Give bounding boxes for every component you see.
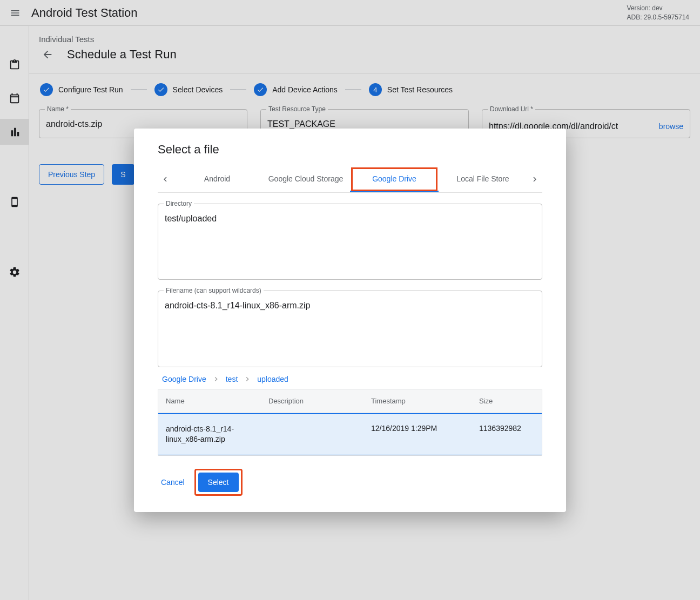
field-label: Filename (can support wildcards) [164,287,264,294]
chevron-right-icon [530,174,540,184]
chevron-right-icon [212,375,220,383]
table-header: Name Description Timestamp Size [158,389,542,413]
col-size: Size [472,389,542,413]
tab-android[interactable]: Android [173,166,261,192]
modal-overlay: Select a file Android Google Cloud Stora… [0,0,700,600]
modal-title: Select a file [158,143,542,157]
cell-description [261,414,364,455]
tab-label: Local File Store [456,174,509,183]
directory-field[interactable]: Directory [158,204,542,280]
crumb-folder[interactable]: test [226,375,238,383]
cell-timestamp: 12/16/2019 1:29PM [364,414,472,455]
select-button-highlight: Select [194,469,243,496]
tab-google-drive[interactable]: Google Drive [350,166,439,192]
crumb-folder[interactable]: uploaded [257,375,288,383]
chevron-left-icon [160,174,170,184]
tab-label: Google Drive [372,174,416,183]
tabs-scroll-left[interactable] [158,168,173,190]
tab-label: Android [204,174,230,183]
col-name: Name [158,389,261,413]
col-timestamp: Timestamp [364,389,472,413]
cell-size: 1136392982 [472,414,542,455]
tab-gcs[interactable]: Google Cloud Storage [261,166,350,192]
table-row[interactable]: android-cts-8.1_r14-linux_x86-arm.zip 12… [158,413,542,455]
directory-input[interactable] [165,214,535,224]
cancel-button[interactable]: Cancel [158,478,188,487]
chevron-right-icon [243,375,252,383]
tabs-scroll-right[interactable] [527,168,542,190]
field-label: Directory [164,200,194,207]
tab-local-file-store[interactable]: Local File Store [439,166,527,192]
col-description: Description [261,389,364,413]
select-button[interactable]: Select [198,473,239,492]
button-label: Select [208,478,229,487]
file-picker-modal: Select a file Android Google Cloud Stora… [134,129,566,512]
file-table: Name Description Timestamp Size android-… [158,389,542,456]
filename-field[interactable]: Filename (can support wildcards) [158,291,542,367]
cell-name: android-cts-8.1_r14-linux_x86-arm.zip [158,414,261,455]
path-breadcrumbs: Google Drive test uploaded [158,375,542,383]
filename-input[interactable] [165,301,535,311]
tab-label: Google Cloud Storage [268,174,344,183]
crumb-root[interactable]: Google Drive [162,375,206,383]
